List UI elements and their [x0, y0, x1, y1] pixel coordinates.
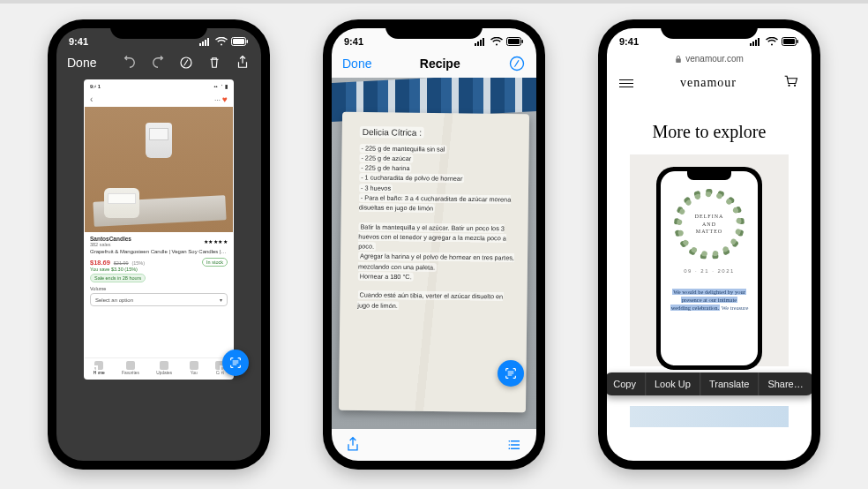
share-button[interactable] — [344, 436, 362, 454]
wifi-icon — [215, 37, 228, 46]
battery-icon — [231, 37, 249, 46]
step-line[interactable]: Agregar la harina y el polvo de hornear … — [358, 252, 517, 274]
tab-you[interactable]: You — [190, 361, 198, 375]
done-button[interactable]: Done — [67, 56, 96, 70]
svg-rect-3 — [207, 38, 209, 46]
ingredient-line[interactable]: - Para el baño: 3 a 4 cucharaditas de az… — [359, 192, 518, 214]
svg-rect-13 — [508, 39, 520, 44]
stock-badge: In stock — [202, 258, 228, 267]
svg-point-28 — [794, 85, 796, 87]
trash-button[interactable] — [206, 55, 222, 71]
svg-rect-8 — [475, 43, 476, 46]
status-time: 9:41 — [69, 36, 88, 47]
bell-icon — [160, 361, 168, 370]
product-discount: (15%) — [131, 260, 145, 266]
product-tile[interactable]: DELFINA AND MATTEO 09 · 21 · 2021 We wou… — [630, 154, 789, 366]
device-notch — [661, 19, 758, 39]
status-icons — [750, 37, 799, 46]
selected-text[interactable]: We would be delighted by your — [672, 289, 746, 295]
svg-rect-21 — [755, 40, 757, 46]
step-line[interactable]: Hornear a 180 °C. — [358, 272, 517, 283]
svg-rect-19 — [750, 43, 752, 46]
svg-rect-2 — [205, 40, 206, 46]
sale-badge: Sale ends in 28 hours — [90, 274, 146, 282]
svg-rect-14 — [522, 40, 524, 43]
cart-icon[interactable] — [783, 74, 799, 92]
tab-updates[interactable]: Updates — [156, 361, 172, 375]
markup-canvas[interactable]: 9:41 •• ⌃ ▮ ‹ ⋯ ♥ — [56, 76, 261, 390]
invite-name-a: DELFINA — [695, 213, 724, 220]
menu-lookup[interactable]: Look Up — [646, 372, 700, 395]
product-phone-mockup: DELFINA AND MATTEO 09 · 21 · 2021 We wou… — [656, 167, 762, 370]
menu-translate[interactable]: Translate — [700, 372, 759, 395]
status-time: 9:41 — [619, 36, 639, 47]
device-notch — [110, 19, 207, 39]
step-line[interactable]: Cuando esté aún tibia, verter el azúcar … — [357, 290, 516, 312]
product-save: You save $3.30 (15%) — [90, 267, 228, 272]
invite-body[interactable]: We would be delighted by your presence a… — [662, 288, 758, 312]
undo-button[interactable] — [122, 55, 138, 71]
recipe-steps[interactable]: Cuando esté aún tibia, verter el azúcar … — [357, 290, 516, 312]
chevron-down-icon: ▾ — [220, 297, 222, 303]
tab-favorites[interactable]: Favorites — [122, 361, 139, 375]
shop-name[interactable]: SantosCandles — [90, 236, 131, 242]
redo-button[interactable] — [150, 55, 166, 71]
product-hero — [85, 107, 233, 232]
svg-point-16 — [509, 440, 511, 442]
done-button[interactable]: Done — [342, 56, 371, 71]
status-icons — [475, 37, 524, 46]
live-text-button[interactable] — [222, 350, 249, 376]
brand-logo[interactable]: venamour — [680, 76, 737, 90]
invite-text[interactable]: We treasure — [720, 305, 748, 311]
markup-pen-button[interactable] — [508, 55, 526, 72]
signal-icon — [475, 38, 487, 46]
recipe-title[interactable]: Delicia Cítrica : — [360, 126, 424, 139]
captured-storefront: 9:41 •• ⌃ ▮ ‹ ⋯ ♥ — [85, 80, 233, 379]
svg-rect-0 — [199, 43, 201, 46]
volume-select[interactable]: Select an option ▾ — [90, 293, 228, 306]
svg-rect-10 — [480, 40, 482, 46]
user-icon — [190, 361, 198, 370]
tab-home[interactable]: Home — [94, 361, 105, 375]
site-header: venamour — [607, 69, 812, 101]
bottom-tab-bar: Home Favorites Updates You Cart — [85, 357, 233, 379]
inner-status-icons: •• ⌃ ▮ — [213, 83, 228, 89]
lock-icon — [675, 55, 682, 64]
selected-text[interactable]: presence at our intimate — [681, 297, 737, 303]
hamburger-icon[interactable] — [619, 79, 633, 87]
photos-bottom-toolbar — [332, 429, 536, 461]
candle-jar — [104, 188, 139, 218]
battery-icon — [506, 37, 524, 46]
wifi-icon — [766, 37, 778, 46]
next-product-peek[interactable] — [630, 406, 789, 427]
signal-icon — [750, 38, 762, 46]
menu-copy[interactable]: Copy — [607, 372, 646, 395]
safari-url-bar[interactable]: venamour.com — [607, 51, 812, 69]
selected-text[interactable]: wedding celebration. — [670, 305, 721, 311]
markup-pen-button[interactable] — [178, 55, 194, 71]
live-text-button[interactable] — [498, 360, 524, 387]
list-button[interactable] — [506, 436, 524, 454]
favorite-icon[interactable]: ♥ — [222, 94, 228, 104]
svg-rect-25 — [797, 40, 799, 43]
floral-wreath: DELFINA AND MATTEO — [674, 189, 745, 260]
svg-rect-24 — [783, 39, 795, 44]
step-line[interactable]: Batir la mantequilla y el azúcar. Batir … — [358, 222, 517, 253]
menu-share[interactable]: Share… — [759, 372, 812, 395]
product-price: $18.69 — [90, 259, 110, 267]
inner-nav-right: ⋯ ♥ — [214, 94, 228, 104]
share-button[interactable] — [235, 55, 251, 71]
shop-sales: 382 sales — [90, 242, 131, 247]
recipe-steps[interactable]: Batir la mantequilla y el azúcar. Batir … — [358, 222, 518, 283]
svg-rect-20 — [752, 41, 754, 46]
volume-label: Volume — [90, 286, 228, 291]
svg-point-27 — [788, 85, 789, 87]
back-icon[interactable]: ‹ — [90, 94, 93, 104]
photos-toolbar: Done Recipe — [332, 51, 536, 78]
more-icon[interactable]: ⋯ — [214, 97, 221, 103]
recipe-photo[interactable]: Delicia Cítrica : - 225 g de mantequilla… — [332, 78, 536, 429]
screenshot-crop-frame[interactable]: 9:41 •• ⌃ ▮ ‹ ⋯ ♥ — [84, 79, 234, 380]
ingredient-list[interactable]: - 225 g de mantequilla sin sal - 225 g d… — [359, 143, 519, 214]
inner-status-time: 9:41 — [90, 84, 101, 89]
page-content[interactable]: More to explore DELFINA AND MATTEO — [607, 101, 812, 461]
